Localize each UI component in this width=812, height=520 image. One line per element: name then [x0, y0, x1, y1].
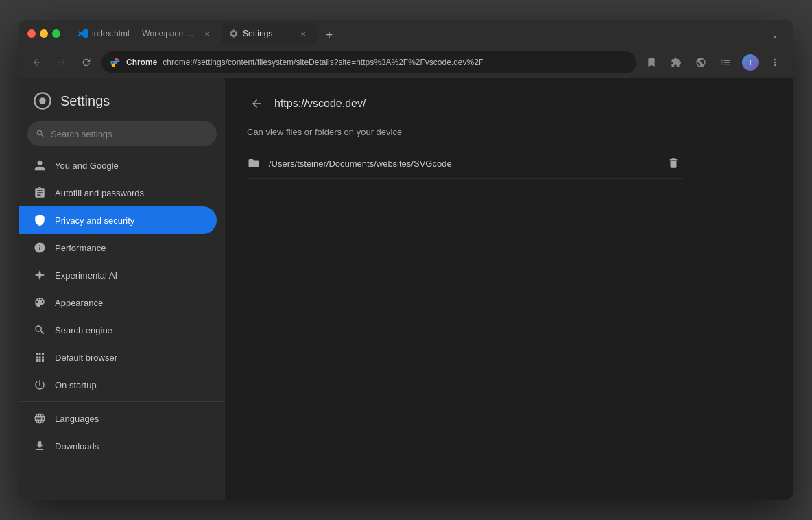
sidebar-label-privacy-security: Privacy and security [55, 215, 134, 226]
sidebar-label-performance: Performance [55, 243, 106, 253]
vscode-tab-close[interactable]: ✕ [202, 28, 213, 39]
file-path: /Users/tsteiner/Documents/websites/SVGco… [269, 158, 656, 169]
speedometer-icon [33, 241, 47, 255]
delete-file-button[interactable] [664, 154, 683, 173]
sidebar-item-on-startup[interactable]: On startup [19, 371, 225, 399]
sidebar-item-privacy-security[interactable]: Privacy and security [19, 206, 217, 234]
svg-point-0 [113, 60, 117, 64]
sidebar-label-search-engine: Search engine [55, 325, 112, 335]
settings-tab-icon [229, 29, 239, 38]
sidebar-item-appearance[interactable]: Appearance [19, 289, 225, 316]
sidebar-item-you-and-google[interactable]: You and Google [19, 152, 225, 179]
chrome-label: Chrome [126, 58, 157, 67]
svg-point-2 [39, 97, 45, 104]
minimize-button[interactable] [40, 29, 48, 38]
sparkle-icon [33, 268, 47, 282]
menu-button[interactable] [765, 53, 785, 72]
profile-button[interactable]: T [741, 53, 760, 72]
browser-icon [33, 351, 47, 364]
devtools-button[interactable] [691, 53, 710, 72]
search-engine-icon [33, 323, 47, 337]
reload-nav-button[interactable] [77, 53, 96, 72]
sidebar-label-on-startup: On startup [55, 380, 97, 390]
sidebar-item-search-engine[interactable]: Search engine [19, 316, 225, 344]
main-content: Settings Search settings You and Google [19, 78, 793, 500]
folder-icon [247, 156, 261, 170]
person-icon [33, 158, 47, 172]
tab-vscode[interactable]: index.html — Workspace — V ✕ [70, 23, 221, 45]
download-icon [33, 439, 47, 453]
power-icon [33, 378, 47, 392]
search-settings-bar[interactable]: Search settings [27, 121, 217, 146]
sidebar-label-languages: Languages [55, 414, 99, 424]
tab-expand-button[interactable]: ⌄ [765, 25, 785, 45]
titlebar: index.html — Workspace — V ✕ Settings ✕ … [19, 20, 793, 47]
navbar: Chrome chrome://settings/content/filesys… [19, 47, 793, 78]
settings-tab-title: Settings [243, 29, 294, 38]
search-settings-placeholder: Search settings [51, 129, 208, 139]
sidebar-item-performance[interactable]: Performance [19, 234, 225, 261]
sidebar-label-appearance: Appearance [55, 298, 103, 308]
sidebar-label-default-browser: Default browser [55, 353, 117, 363]
shield-icon [33, 213, 47, 227]
bookmark-button[interactable] [642, 53, 661, 72]
new-tab-button[interactable]: + [320, 25, 339, 45]
address-url: chrome://settings/content/filesystem/sit… [163, 58, 628, 67]
address-bar[interactable]: Chrome chrome://settings/content/filesys… [102, 51, 636, 73]
site-url: https://vscode.dev/ [274, 97, 366, 110]
sidebar-item-downloads[interactable]: Downloads [19, 432, 225, 460]
settings-tab-close[interactable]: ✕ [298, 28, 309, 39]
profile-avatar: T [742, 54, 759, 71]
content-inner: https://vscode.dev/ Can view files or fo… [225, 78, 705, 196]
sidebar-label-you-and-google: You and Google [55, 161, 119, 171]
back-nav-button[interactable] [27, 53, 47, 72]
sidebar-label-autofill: Autofill and passwords [55, 188, 144, 198]
extensions-button[interactable] [667, 53, 686, 72]
traffic-lights [27, 29, 60, 38]
sidebar-item-default-browser[interactable]: Default browser [19, 344, 225, 371]
content-area: https://vscode.dev/ Can view files or fo… [225, 78, 793, 500]
sidebar-item-experimental-ai[interactable]: Experimental AI [19, 261, 225, 289]
sidebar-item-autofill[interactable]: Autofill and passwords [19, 179, 225, 206]
tab-settings[interactable]: Settings ✕ [221, 23, 317, 45]
back-row: https://vscode.dev/ [247, 94, 683, 113]
back-to-privacy-button[interactable] [247, 94, 266, 113]
clipboard-icon [33, 186, 47, 200]
sidebar-button[interactable] [716, 53, 735, 72]
sidebar: Settings Search settings You and Google [19, 78, 225, 500]
sidebar-item-languages[interactable]: Languages [19, 405, 225, 432]
browser-window: index.html — Workspace — V ✕ Settings ✕ … [19, 20, 793, 500]
globe-icon [33, 412, 47, 425]
search-icon [36, 129, 45, 139]
forward-nav-button[interactable] [52, 53, 71, 72]
sidebar-divider [19, 401, 225, 402]
settings-header: Settings [19, 78, 225, 121]
maximize-button[interactable] [52, 29, 60, 38]
vscode-tab-icon [78, 29, 88, 38]
sidebar-label-downloads: Downloads [55, 441, 99, 451]
settings-logo [33, 91, 52, 110]
sidebar-label-experimental-ai: Experimental AI [55, 270, 117, 281]
vscode-tab-title: index.html — Workspace — V [92, 29, 198, 38]
settings-title: Settings [60, 93, 110, 109]
close-button[interactable] [27, 29, 36, 38]
file-entry: /Users/tsteiner/Documents/websites/SVGco… [247, 148, 683, 179]
section-label: Can view files or folders on your device [247, 127, 683, 137]
tabs-bar: index.html — Workspace — V ✕ Settings ✕ … [70, 23, 785, 45]
chrome-logo [110, 57, 121, 68]
palette-icon [33, 296, 47, 309]
